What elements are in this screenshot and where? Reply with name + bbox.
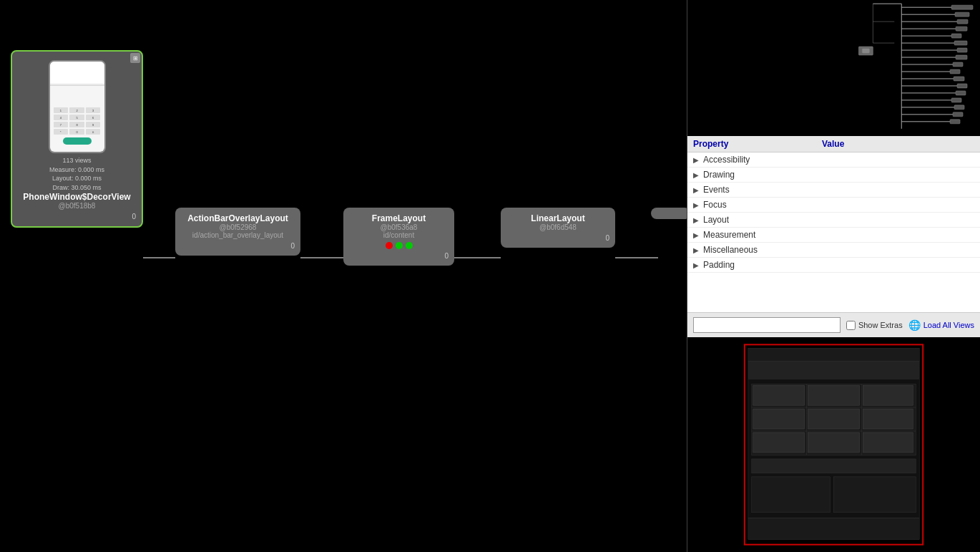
phone-stats: 113 views Measure: 0.000 ms Layout: 0.00… (18, 156, 136, 192)
property-row-events[interactable]: ▶ Events (687, 183, 980, 198)
phone-key-0: 0 (69, 129, 84, 135)
svg-rect-42 (953, 112, 963, 117)
phone-key-2: 2 (69, 107, 84, 113)
indicator-dot-green-2 (406, 242, 413, 249)
preview-panel (687, 337, 980, 552)
property-name-events: Events (703, 185, 825, 195)
svg-rect-37 (954, 77, 964, 81)
phone-preview: 1 2 3 4 5 6 7 8 9 * 0 # (49, 60, 106, 153)
svg-rect-35 (953, 62, 963, 67)
main-canvas: ⊞ 1 2 3 4 5 6 7 8 9 * (0, 0, 687, 552)
phone-key-1: 1 (54, 107, 69, 113)
more-node[interactable] (651, 208, 687, 219)
svg-rect-64 (808, 409, 860, 429)
property-name-measurement: Measurement (703, 230, 825, 240)
svg-rect-31 (951, 34, 961, 38)
svg-rect-62 (863, 385, 913, 405)
phone-node[interactable]: ⊞ 1 2 3 4 5 6 7 8 9 * (11, 50, 143, 228)
phone-dialpad: 1 2 3 4 5 6 7 8 9 * 0 # (54, 107, 101, 145)
svg-rect-39 (956, 91, 966, 95)
properties-header: Property Value (687, 136, 980, 152)
property-row-measurement[interactable]: ▶ Measurement (687, 228, 980, 243)
svg-rect-68 (863, 432, 913, 452)
phone-key-6: 6 (86, 115, 101, 120)
svg-rect-41 (954, 105, 964, 110)
header-value: Value (822, 139, 844, 149)
phone-key-5: 5 (69, 115, 84, 120)
property-name-accessibility: Accessibility (703, 155, 825, 165)
load-all-views-label: Load All Views (923, 321, 974, 329)
property-row-miscellaneous[interactable]: ▶ Miscellaneous (687, 243, 980, 258)
indicator-dot-green-1 (396, 242, 403, 249)
svg-rect-63 (753, 409, 805, 429)
frame-layout-id: @b0f536a8 (349, 223, 449, 231)
svg-rect-59 (834, 477, 916, 513)
property-name-layout: Layout (703, 215, 825, 225)
frame-layout-node[interactable]: FrameLayout @b0f536a8 id/content 0 (343, 208, 454, 266)
frame-layout-title: FrameLayout (349, 213, 449, 223)
phone-key-4: 4 (54, 115, 69, 120)
properties-list[interactable]: ▶ Accessibility ▶ Drawing ▶ Events ▶ Foc… (687, 152, 980, 312)
svg-rect-65 (863, 409, 913, 429)
arrow-icon-miscellaneous: ▶ (693, 246, 700, 254)
svg-rect-36 (950, 69, 960, 74)
show-extras-label: Show Extras (858, 321, 903, 329)
header-property: Property (693, 139, 822, 149)
expand-button[interactable]: ⊞ (130, 53, 140, 63)
phone-key-9: 9 (86, 122, 101, 127)
phone-key-7: 7 (54, 122, 69, 127)
svg-rect-32 (954, 41, 967, 45)
svg-rect-27 (951, 5, 973, 9)
property-row-drawing[interactable]: ▶ Drawing (687, 168, 980, 183)
svg-rect-33 (957, 48, 967, 52)
property-name-drawing: Drawing (703, 170, 825, 180)
search-input[interactable] (693, 317, 841, 333)
linear-layout-node[interactable]: LinearLayout @b0f6d548 0 (501, 208, 615, 248)
property-row-focus[interactable]: ▶ Focus (687, 198, 980, 213)
preview-svg (687, 337, 980, 552)
draw-time: Draw: 30.050 ms (18, 183, 136, 193)
property-row-accessibility[interactable]: ▶ Accessibility (687, 152, 980, 168)
linear-layout-count: 0 (506, 234, 609, 242)
load-all-views-button[interactable]: 🌐 Load All Views (908, 319, 974, 331)
property-name-focus: Focus (703, 200, 825, 210)
tree-view (687, 0, 980, 136)
frame-layout-count: 0 (349, 252, 449, 260)
phone-node-count: 0 (18, 213, 136, 221)
phone-grid: 1 2 3 4 5 6 7 8 9 * 0 # (54, 107, 101, 135)
views-count: 113 views (18, 156, 136, 165)
svg-rect-30 (956, 26, 967, 31)
svg-rect-56 (748, 518, 919, 540)
svg-rect-60 (753, 385, 805, 405)
svg-rect-66 (753, 432, 805, 452)
layout-time: Layout: 0.000 ms (18, 174, 136, 183)
indicator-dot-red (386, 242, 393, 249)
phone-call-button (63, 137, 92, 145)
arrow-icon-accessibility: ▶ (693, 156, 700, 164)
phone-node-id: @b0f518b8 (18, 202, 136, 210)
svg-rect-57 (752, 459, 916, 473)
svg-rect-29 (957, 19, 968, 24)
right-panel: Property Value ▶ Accessibility ▶ Drawing… (687, 0, 980, 552)
linear-layout-title: LinearLayout (506, 213, 609, 223)
linear-layout-id: @b0f6d548 (506, 223, 609, 231)
action-bar-extra: id/action_bar_overlay_layout (181, 231, 295, 239)
phone-node-title: PhoneWindow$DecorView (18, 192, 136, 202)
action-bar-node[interactable]: ActionBarOverlayLayout @b0f52968 id/acti… (175, 208, 300, 256)
svg-rect-45 (862, 49, 869, 53)
phone-key-3: 3 (86, 107, 101, 113)
property-name-padding: Padding (703, 260, 825, 270)
properties-panel: Property Value ▶ Accessibility ▶ Drawing… (687, 136, 980, 337)
svg-rect-28 (955, 12, 969, 16)
frame-layout-extra: id/content (349, 231, 449, 239)
svg-rect-4 (687, 0, 980, 136)
property-row-layout[interactable]: ▶ Layout (687, 213, 980, 228)
show-extras-container: Show Extras (846, 321, 903, 330)
action-bar-count: 0 (181, 242, 295, 250)
action-bar-title: ActionBarOverlayLayout (181, 213, 295, 223)
property-row-padding[interactable]: ▶ Padding (687, 258, 980, 273)
arrow-icon-layout: ▶ (693, 216, 700, 224)
tree-svg (687, 0, 980, 136)
arrow-icon-measurement: ▶ (693, 231, 700, 239)
show-extras-checkbox[interactable] (846, 321, 856, 330)
